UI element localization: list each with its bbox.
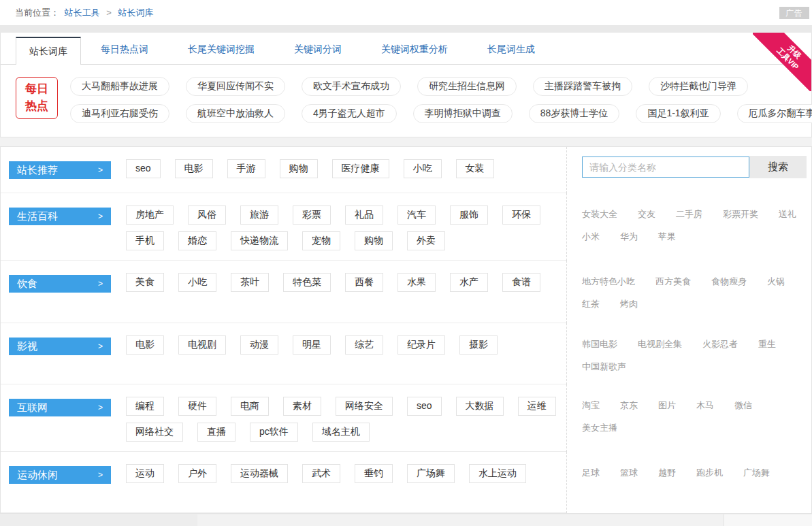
category-item[interactable]: 武术 <box>302 464 340 483</box>
category-search-input[interactable] <box>582 157 749 178</box>
category-header-2[interactable]: 饮食 > <box>9 275 111 293</box>
category-item[interactable]: 摄影 <box>459 335 498 355</box>
related-keyword-link[interactable]: 苹果 <box>658 231 676 243</box>
related-keyword-link[interactable]: 地方特色小吃 <box>582 276 635 288</box>
category-item[interactable]: 运维 <box>518 397 556 416</box>
category-item[interactable]: 快递物流 <box>231 231 288 250</box>
category-item[interactable]: 运动 <box>126 464 164 483</box>
category-item[interactable]: 风俗 <box>188 206 226 225</box>
hot-topic-pill[interactable]: 大马翻船事故进展 <box>70 77 169 96</box>
category-item[interactable]: 宠物 <box>302 231 340 250</box>
hot-topic-pill[interactable]: 沙特拦截也门导弹 <box>649 77 748 96</box>
category-item[interactable]: 汽车 <box>397 206 436 225</box>
category-item[interactable]: 外卖 <box>407 231 445 250</box>
breadcrumb-link-home[interactable]: 站长工具 <box>65 7 100 18</box>
hot-topic-pill[interactable]: 厄瓜多尔翻车事故 <box>737 104 812 123</box>
related-keyword-link[interactable]: 重生 <box>758 338 776 350</box>
tab-3[interactable]: 关键词分词 <box>274 34 361 64</box>
category-item[interactable]: 茶叶 <box>231 273 269 292</box>
category-item[interactable]: 广场舞 <box>407 464 455 483</box>
hot-topic-pill[interactable]: 航班空中放油救人 <box>186 104 285 123</box>
category-item[interactable]: 综艺 <box>345 335 383 355</box>
category-header-4[interactable]: 互联网 > <box>9 399 111 416</box>
related-keyword-link[interactable]: 送礼 <box>779 208 796 220</box>
category-item[interactable]: 西餐 <box>345 273 383 292</box>
tab-2[interactable]: 长尾关键词挖掘 <box>168 34 274 64</box>
category-item[interactable]: 婚恋 <box>178 231 216 250</box>
hot-topic-pill[interactable]: 欧文手术宣布成功 <box>302 77 401 96</box>
category-item[interactable]: 服饰 <box>450 206 488 225</box>
hot-topic-pill[interactable]: 研究生招生信息网 <box>417 77 517 96</box>
related-keyword-link[interactable]: 交友 <box>638 208 655 220</box>
category-item[interactable]: 房地产 <box>126 206 174 225</box>
category-item[interactable]: 域名主机 <box>312 423 370 442</box>
related-keyword-link[interactable]: 越野 <box>658 467 676 479</box>
hot-topic-pill[interactable]: 迪马利亚右腿受伤 <box>70 104 169 123</box>
category-item[interactable]: 手机 <box>126 231 164 250</box>
category-item[interactable]: 硬件 <box>178 397 216 416</box>
related-keyword-link[interactable]: 火锅 <box>767 276 785 288</box>
category-item[interactable]: 运动器械 <box>231 464 288 483</box>
related-keyword-link[interactable]: 电视剧全集 <box>638 338 682 350</box>
related-keyword-link[interactable]: 红茶 <box>582 298 600 310</box>
category-item[interactable]: 女装 <box>456 159 494 178</box>
category-item[interactable]: 美食 <box>126 273 164 292</box>
category-item[interactable]: 旅游 <box>240 206 278 225</box>
category-item[interactable]: 素材 <box>283 397 321 416</box>
related-keyword-link[interactable]: 中国新歌声 <box>582 361 626 373</box>
related-keyword-link[interactable]: 火影忍者 <box>702 338 738 350</box>
category-item[interactable]: 环保 <box>502 206 540 225</box>
related-keyword-link[interactable]: 足球 <box>582 467 600 479</box>
category-item[interactable]: 电视剧 <box>178 335 226 355</box>
related-keyword-link[interactable]: 烤肉 <box>620 298 638 310</box>
category-item[interactable]: 编程 <box>126 397 164 416</box>
category-item[interactable]: 垂钓 <box>355 464 393 483</box>
category-item[interactable]: 网络社交 <box>126 423 183 442</box>
hot-topic-pill[interactable]: 李明博拒狱中调查 <box>413 104 513 123</box>
category-item[interactable]: 直播 <box>197 423 236 442</box>
related-keyword-link[interactable]: 小米 <box>582 231 600 243</box>
related-keyword-link[interactable]: 二手房 <box>676 208 702 220</box>
category-item[interactable]: 医疗健康 <box>332 159 389 178</box>
category-item[interactable]: 手游 <box>227 159 265 178</box>
category-item[interactable]: 食谱 <box>502 273 540 292</box>
category-item[interactable]: 彩票 <box>293 206 331 225</box>
category-item[interactable]: 水产 <box>450 273 488 292</box>
category-item[interactable]: 电影 <box>175 159 213 178</box>
category-item[interactable]: 动漫 <box>240 335 278 355</box>
hot-topic-pill[interactable]: 国足1-1叙利亚 <box>636 104 720 123</box>
category-item[interactable]: seo <box>407 397 442 416</box>
related-keyword-link[interactable]: 篮球 <box>620 467 638 479</box>
category-header-5[interactable]: 运动休闲 > <box>9 466 111 484</box>
related-keyword-link[interactable]: 微信 <box>734 399 752 412</box>
category-item[interactable]: 网络安全 <box>336 397 393 416</box>
related-keyword-link[interactable]: 跑步机 <box>696 467 723 479</box>
related-keyword-link[interactable]: 华为 <box>620 231 638 243</box>
category-header-3[interactable]: 影视 > <box>9 338 111 355</box>
related-keyword-link[interactable]: 女装大全 <box>582 208 617 220</box>
related-keyword-link[interactable]: 西方美食 <box>655 276 691 288</box>
category-item[interactable]: 纪录片 <box>397 335 445 355</box>
category-item[interactable]: 购物 <box>280 159 318 178</box>
tab-0[interactable]: 站长词库 <box>16 37 81 65</box>
search-button[interactable]: 搜索 <box>749 156 807 178</box>
related-keyword-link[interactable]: 彩票开奖 <box>723 208 758 220</box>
category-item[interactable]: 礼品 <box>345 206 383 225</box>
related-keyword-link[interactable]: 美女主播 <box>582 422 617 434</box>
category-item[interactable]: 小吃 <box>178 273 216 292</box>
related-keyword-link[interactable]: 木马 <box>696 399 714 412</box>
category-item[interactable]: 大数据 <box>456 397 504 416</box>
hot-topic-pill[interactable]: 88岁获博士学位 <box>529 104 620 123</box>
category-item[interactable]: 购物 <box>355 231 393 250</box>
related-keyword-link[interactable]: 韩国电影 <box>582 338 617 350</box>
category-item[interactable]: 户外 <box>178 464 216 483</box>
category-item[interactable]: 特色菜 <box>283 273 331 292</box>
tab-5[interactable]: 长尾词生成 <box>468 34 555 64</box>
category-item[interactable]: 水果 <box>397 273 436 292</box>
category-item[interactable]: 明星 <box>293 335 331 355</box>
category-item[interactable]: seo <box>126 159 161 178</box>
category-item[interactable]: 水上运动 <box>469 464 526 483</box>
category-header-0[interactable]: 站长推荐 > <box>9 161 111 179</box>
category-item[interactable]: 电影 <box>126 335 164 355</box>
related-keyword-link[interactable]: 京东 <box>620 399 638 412</box>
